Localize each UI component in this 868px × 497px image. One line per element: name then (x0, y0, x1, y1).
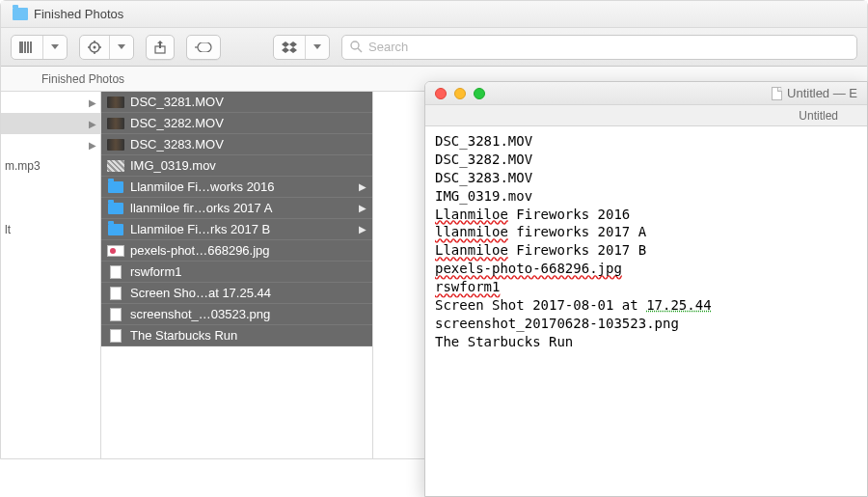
chevron-down-icon[interactable] (306, 36, 329, 59)
movie-icon (107, 96, 124, 109)
close-button[interactable] (435, 88, 447, 99)
textedit-window: Untitled — E Untitled DSC_3281.MOVDSC_32… (424, 81, 868, 497)
text-line[interactable]: The Starbucks Run (435, 333, 857, 351)
view-columns-icon[interactable] (12, 36, 43, 59)
window-title: Finished Photos (34, 7, 123, 21)
file-row[interactable]: rswform1 (101, 262, 372, 283)
folder-icon (13, 8, 28, 20)
movie-icon (107, 117, 124, 130)
text-line[interactable]: Llanmiloe Fireworks 2017 B (435, 241, 857, 260)
svg-rect-11 (198, 42, 211, 52)
chevron-right-icon: ▶ (89, 97, 96, 108)
chevron-down-icon[interactable] (110, 36, 133, 59)
zoom-button[interactable] (474, 88, 485, 99)
file-row[interactable]: pexels-phot…668296.jpg (101, 240, 372, 262)
file-row[interactable]: DSC_3281.MOV (101, 92, 372, 113)
movie-icon (107, 159, 124, 173)
textedit-tab[interactable]: Untitled (799, 109, 838, 123)
textedit-tabbar[interactable]: Untitled (425, 105, 867, 126)
chevron-down-icon[interactable] (43, 36, 67, 59)
svg-point-12 (351, 41, 359, 49)
document-icon (772, 87, 782, 100)
svg-rect-1 (24, 41, 26, 53)
parent-list-item[interactable]: ▶ (1, 134, 100, 155)
file-row[interactable]: The Starbucks Run (101, 325, 372, 346)
file-name: Screen Sho…at 17.25.44 (130, 286, 366, 300)
chevron-right-icon: ▶ (359, 181, 366, 192)
file-name: IMG_0319.mov (130, 158, 366, 173)
column-parent[interactable]: ▶▶▶m.mp3lt (1, 92, 101, 458)
share-button[interactable] (146, 35, 175, 60)
text-line[interactable]: Llanmiloe Fireworks 2016 (435, 206, 857, 224)
file-name: Llanmiloe Fi…works 2016 (130, 179, 353, 194)
text-line[interactable]: pexels-photo-668296.jpg (435, 260, 857, 278)
file-name: DSC_3282.MOV (130, 116, 366, 130)
movie-icon (107, 138, 124, 152)
chevron-right-icon: ▶ (359, 203, 366, 213)
action-menu[interactable] (79, 35, 134, 60)
textedit-title: Untitled — E (772, 86, 857, 100)
search-icon (350, 41, 363, 53)
file-row[interactable]: IMG_0319.mov (101, 155, 372, 177)
search-field[interactable] (341, 35, 857, 60)
file-row[interactable]: Llanmiloe Fi…works 2016▶ (101, 177, 372, 198)
tag-icon (195, 42, 212, 52)
file-name: DSC_3283.MOV (130, 137, 366, 152)
file-row[interactable]: DSC_3282.MOV (101, 113, 372, 134)
parent-item-label: lt (5, 223, 96, 236)
parent-list-item[interactable]: m.mp3 (1, 155, 100, 177)
folder-icon (107, 202, 124, 215)
share-icon (154, 41, 166, 54)
chevron-right-icon: ▶ (359, 224, 366, 235)
svg-rect-0 (19, 41, 23, 53)
search-input[interactable] (368, 40, 849, 54)
document-icon (107, 265, 124, 279)
gear-icon[interactable] (80, 36, 110, 59)
svg-rect-3 (30, 41, 32, 53)
file-row[interactable]: Llanmiloe Fi…rks 2017 B▶ (101, 219, 372, 240)
file-name: The Starbucks Run (130, 328, 366, 343)
text-line[interactable]: DSC_3283.MOV (435, 169, 857, 187)
text-line[interactable]: llanmiloe fireworks 2017 A (435, 223, 857, 241)
chevron-right-icon: ▶ (89, 119, 96, 129)
parent-list-item[interactable]: ▶ (1, 92, 100, 113)
text-line[interactable]: DSC_3282.MOV (435, 151, 857, 169)
text-line[interactable]: rswform1 (435, 278, 857, 296)
traffic-lights (435, 88, 485, 99)
parent-list-item[interactable] (1, 177, 100, 198)
text-line[interactable]: screenshot_20170628-103523.png (435, 315, 857, 333)
file-name: DSC_3281.MOV (130, 95, 366, 109)
folder-icon (107, 180, 124, 194)
dropbox-icon[interactable] (274, 36, 306, 59)
minimize-button[interactable] (454, 88, 466, 99)
file-row[interactable]: llanmiloe fir…orks 2017 A▶ (101, 198, 372, 219)
document-icon (107, 308, 124, 321)
tags-button[interactable] (186, 35, 221, 60)
chevron-right-icon: ▶ (89, 140, 96, 151)
file-name: pexels-phot…668296.jpg (130, 243, 366, 258)
parent-item-label: m.mp3 (5, 159, 96, 173)
view-mode-segment[interactable] (11, 35, 68, 60)
column-files[interactable]: DSC_3281.MOVDSC_3282.MOVDSC_3283.MOVIMG_… (101, 92, 373, 458)
folder-icon (107, 223, 124, 236)
parent-list-item[interactable]: ▶ (1, 113, 100, 134)
text-line[interactable]: IMG_0319.mov (435, 187, 857, 206)
parent-list-item[interactable]: lt (1, 219, 100, 240)
file-row[interactable]: screenshot_…03523.png (101, 304, 372, 325)
text-line[interactable]: Screen Shot 2017-08-01 at 17.25.44 (435, 296, 857, 315)
textedit-content[interactable]: DSC_3281.MOVDSC_3282.MOVDSC_3283.MOVIMG_… (425, 126, 867, 357)
image-icon (107, 244, 124, 258)
file-row[interactable]: DSC_3283.MOV (101, 134, 372, 155)
svg-rect-2 (27, 41, 29, 53)
file-row[interactable]: Screen Sho…at 17.25.44 (101, 283, 372, 304)
text-line[interactable]: DSC_3281.MOV (435, 132, 857, 151)
finder-toolbar (1, 28, 867, 67)
finder-titlebar[interactable]: Finished Photos (1, 1, 867, 28)
svg-point-5 (94, 45, 96, 48)
textedit-titlebar[interactable]: Untitled — E (425, 82, 867, 105)
parent-list-item[interactable] (1, 198, 100, 219)
document-icon (107, 329, 124, 343)
file-name: Llanmiloe Fi…rks 2017 B (130, 222, 353, 236)
dropbox-menu[interactable] (273, 35, 330, 60)
path-text: Finished Photos (41, 72, 124, 86)
